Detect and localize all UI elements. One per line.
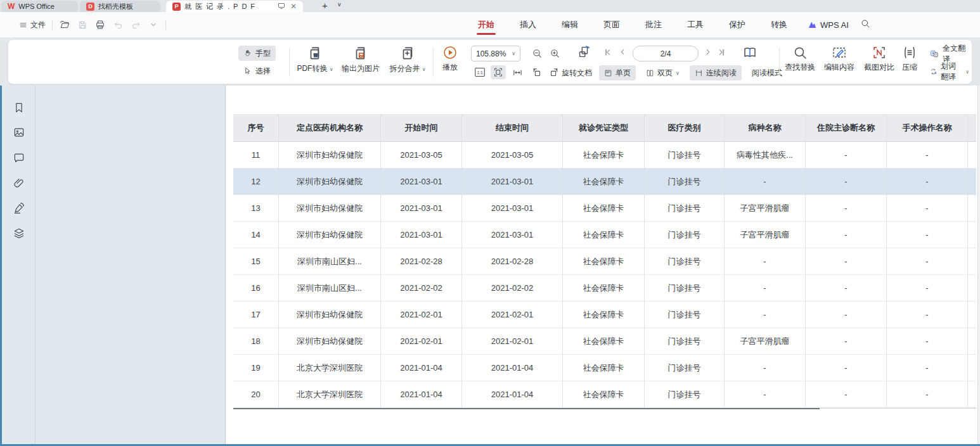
- tab-docer[interactable]: D 找稻壳模板: [80, 1, 160, 12]
- table-cell: 2021-03-01: [381, 195, 462, 222]
- table-cell: -: [887, 142, 968, 169]
- table-cell: 2021-03-01: [462, 169, 563, 195]
- layers-icon[interactable]: [13, 227, 27, 241]
- print-icon[interactable]: [94, 19, 106, 30]
- comment-icon[interactable]: [13, 151, 27, 165]
- tab-list-chevron-icon[interactable]: ∨: [337, 1, 342, 8]
- table-cell: 社会保障卡: [563, 275, 645, 302]
- table-cell: 2021-01-04: [381, 381, 462, 408]
- table-cell: 深圳市妇幼保健院: [279, 169, 381, 195]
- ribbon-tab-页面[interactable]: 页面: [591, 12, 633, 37]
- bookmark-icon[interactable]: [13, 101, 27, 115]
- read-mode-icon[interactable]: [742, 45, 758, 60]
- table-header-cell: 开始时间: [381, 114, 462, 142]
- table-row-20[interactable]: 20北京大学深圳医院2021-01-042021-01-04社会保障卡门诊挂号-…: [233, 381, 976, 408]
- table-cell: 16: [233, 275, 279, 302]
- compress-label: 压缩: [902, 62, 917, 73]
- full-translate-button[interactable]: A文 全文翻译: [927, 46, 972, 61]
- table-cell: [968, 222, 976, 248]
- table-row-15[interactable]: 15深圳市南山区妇...2021-02-282021-02-28社会保障卡门诊挂…: [233, 248, 976, 275]
- fit-width-icon[interactable]: [510, 65, 525, 79]
- ribbon-tab-转换[interactable]: 转换: [758, 12, 800, 37]
- rotate-doc-icon[interactable]: [576, 45, 591, 59]
- double-page-button[interactable]: 双页 ∨: [641, 65, 685, 80]
- tab-wps-office[interactable]: W WPS Office: [1, 1, 78, 12]
- edit-content-label: 编辑内容: [824, 62, 854, 73]
- table-cell: -: [806, 302, 887, 328]
- present-mode-icon[interactable]: [278, 2, 285, 11]
- word-translate-button[interactable]: A 划词翻译 ∨: [927, 64, 972, 79]
- export-image-icon: [352, 45, 369, 61]
- single-page-icon: [604, 69, 612, 77]
- double-page-icon: [646, 69, 654, 77]
- table-cell: 门诊挂号: [645, 248, 725, 275]
- table-bottom-border-light: [820, 408, 976, 409]
- ribbon-tab-工具[interactable]: 工具: [674, 12, 716, 37]
- table-row-17[interactable]: 17深圳市妇幼保健院2021-02-012021-02-01社会保障卡门诊挂号-…: [233, 302, 976, 328]
- pdf-logo-icon: P: [172, 3, 181, 11]
- wps-ai-button[interactable]: WPS AI: [800, 20, 856, 30]
- ribbon-tab-编辑[interactable]: 编辑: [549, 12, 591, 37]
- next-page-icon[interactable]: [704, 48, 712, 56]
- zoom-in-icon[interactable]: [547, 46, 562, 60]
- rotate-left-icon[interactable]: [529, 65, 544, 79]
- attachment-icon[interactable]: [13, 177, 27, 191]
- edit-content-button[interactable]: 编辑内容: [816, 45, 862, 73]
- undo-icon[interactable]: [112, 19, 124, 30]
- close-tab-icon[interactable]: ✕: [290, 2, 297, 11]
- single-page-button[interactable]: 单页: [599, 65, 636, 80]
- select-tool-button[interactable]: 选择: [238, 63, 276, 79]
- table-row-12[interactable]: 12深圳市妇幼保健院2021-03-012021-03-01社会保障卡门诊挂号-…: [233, 169, 976, 195]
- rotate-doc-label[interactable]: 旋转文档: [562, 68, 592, 79]
- play-icon: [442, 45, 458, 60]
- save-icon[interactable]: [77, 19, 88, 30]
- table-header-cell: 结束时间: [462, 114, 563, 142]
- tab-label: 找稻壳模板: [98, 2, 133, 11]
- table-cell: 深圳市妇幼保健院: [279, 328, 381, 355]
- split-merge-button[interactable]: 拆分合并 ∨: [385, 45, 430, 74]
- ribbon-search-icon[interactable]: [860, 18, 870, 31]
- table-row-16[interactable]: 16深圳市南山区妇...2021-02-022021-02-02社会保障卡门诊挂…: [233, 275, 976, 302]
- rotate-right-icon[interactable]: [546, 65, 562, 79]
- page-indicator-input[interactable]: 2/4: [633, 46, 699, 61]
- ribbon-tab-批注[interactable]: 批注: [633, 12, 674, 37]
- pdf-convert-button[interactable]: W PDF转换 ∨: [292, 45, 338, 74]
- file-menu-button[interactable]: 文件: [19, 20, 46, 30]
- table-row-19[interactable]: 19北京大学深圳医院2021-01-042021-01-04社会保障卡门诊挂号-…: [233, 355, 976, 381]
- zoom-value: 105.88%: [476, 49, 506, 58]
- table-bottom-border: [233, 408, 820, 409]
- compress-button[interactable]: 压缩: [891, 45, 929, 73]
- continuous-read-button[interactable]: 连续阅读: [690, 65, 742, 80]
- zoom-level-select[interactable]: 105.88% ∨: [471, 46, 520, 61]
- table-row-14[interactable]: 14深圳市妇幼保健院2021-03-012021-03-01社会保障卡门诊挂号子…: [233, 222, 976, 248]
- table-row-18[interactable]: 18深圳市妇幼保健院2021-02-012021-02-01社会保障卡门诊挂号子…: [233, 328, 976, 355]
- redo-icon[interactable]: [130, 19, 141, 30]
- new-tab-button[interactable]: +: [322, 0, 328, 11]
- tab-document-active[interactable]: P 就医记录.PDF ✕: [166, 1, 303, 12]
- fit-page-icon[interactable]: [491, 65, 506, 79]
- zoom-out-icon[interactable]: [529, 46, 545, 60]
- open-file-icon[interactable]: [59, 19, 70, 30]
- pdf-page: 序号定点医药机构名称开始时间结束时间就诊凭证类型医疗类别病种名称住院主诊断名称手…: [226, 86, 977, 444]
- first-page-icon[interactable]: [603, 48, 612, 57]
- table-row-13[interactable]: 13深圳市妇幼保健院2021-03-012021-03-01社会保障卡门诊挂号子…: [233, 195, 976, 222]
- ribbon-tab-插入[interactable]: 插入: [507, 12, 549, 37]
- svg-text:文: 文: [934, 53, 938, 56]
- ribbon-tab-开始[interactable]: 开始: [465, 12, 507, 37]
- actual-size-icon[interactable]: 1:1: [472, 65, 487, 79]
- screenshot-compare-label: 截图对比: [864, 62, 894, 73]
- table-row-11[interactable]: 11深圳市妇幼保健院2021-03-052021-03-05社会保障卡门诊挂号病…: [233, 142, 976, 169]
- hamburger-icon: [19, 21, 27, 29]
- hand-tool-button[interactable]: 手型: [238, 46, 276, 61]
- play-button[interactable]: 播放: [427, 45, 473, 73]
- quick-access-chevron-icon[interactable]: [148, 19, 159, 30]
- find-replace-icon: [792, 45, 808, 60]
- prev-page-icon[interactable]: [618, 48, 627, 56]
- last-page-icon[interactable]: [717, 48, 726, 57]
- table-cell: 2021-02-28: [381, 248, 462, 275]
- thumbnail-icon[interactable]: [13, 126, 27, 140]
- ribbon-tab-保护[interactable]: 保护: [716, 12, 758, 37]
- export-image-button[interactable]: 输出为图片: [338, 45, 384, 74]
- table-cell: 2021-03-01: [462, 222, 563, 248]
- signature-icon[interactable]: [13, 201, 27, 215]
